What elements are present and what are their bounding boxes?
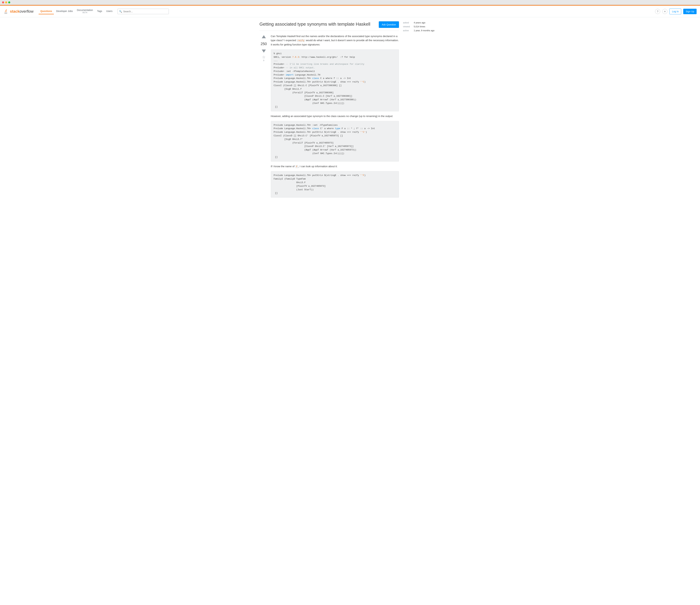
maximize-dot[interactable] — [8, 1, 10, 3]
downvote-icon — [261, 48, 267, 54]
viewed-value: 5,014 times — [414, 25, 425, 28]
sidebar-stats: asked 4 years ago viewed 5,014 times act… — [403, 21, 441, 32]
nav-developer-jobs[interactable]: Developer Jobs — [54, 8, 75, 14]
minimize-dot[interactable] — [5, 1, 7, 3]
favorite-button[interactable]: ☆ 9 — [262, 55, 266, 61]
browser-dots — [2, 1, 10, 3]
inline-code-reify: reify — [297, 39, 305, 42]
logo-text: stackoverflow — [10, 9, 33, 14]
logo-area[interactable]: stackoverflow — [3, 9, 33, 14]
search-icon: 🔍 — [119, 10, 122, 13]
header: stackoverflow Questions Developer Jobs D… — [0, 6, 700, 17]
login-button[interactable]: Log In — [669, 8, 681, 14]
asked-value: 4 years ago — [414, 21, 425, 24]
favorite-count: 9 — [263, 59, 264, 61]
asked-label: asked — [403, 21, 412, 24]
svg-rect-2 — [4, 14, 7, 14]
body-paragraph-2: However, adding an associated type synon… — [271, 114, 399, 118]
browser-chrome — [0, 0, 700, 5]
active-stat: active 1 year, 9 months ago — [403, 29, 441, 32]
nav-questions[interactable]: Questions — [39, 8, 54, 14]
question-body: 250 ☆ 9 Can Template Haskell find out th… — [259, 34, 399, 200]
viewed-label: viewed — [403, 25, 412, 28]
nav-documentation[interactable]: Documentation BETA — [75, 7, 95, 16]
body-paragraph-3: If I know the name of F, I can look up i… — [271, 164, 399, 169]
svg-rect-3 — [5, 11, 7, 12]
ask-question-button[interactable]: Ask Question — [379, 21, 399, 28]
asked-stat: asked 4 years ago — [403, 21, 441, 24]
inbox-button[interactable]: ≡ — [662, 9, 667, 14]
code-block-3: Prelude Language.Haskell.TH> putStrLn $(… — [271, 171, 399, 198]
close-dot[interactable] — [2, 1, 4, 3]
svg-rect-1 — [4, 13, 7, 13]
active-label: active — [403, 29, 412, 32]
nav-links: Questions Developer Jobs Documentation B… — [39, 7, 114, 16]
body-paragraph-1: Can Template Haskell find out the names … — [271, 34, 399, 47]
svg-rect-5 — [6, 9, 7, 10]
active-value: 1 year, 9 months ago — [414, 29, 434, 32]
help-button[interactable]: ? — [655, 9, 660, 14]
logo-icon — [3, 9, 9, 14]
sidebar: asked 4 years ago viewed 5,014 times act… — [403, 21, 441, 200]
question-text: Can Template Haskell find out the names … — [271, 34, 399, 200]
upvote-button[interactable] — [261, 34, 267, 40]
viewed-stat: viewed 5,014 times — [403, 25, 441, 28]
nav-users[interactable]: Users — [105, 8, 114, 14]
svg-rect-0 — [4, 12, 7, 13]
question-header: Getting associated type synonyms with te… — [259, 21, 399, 31]
search-bar: 🔍 — [118, 9, 169, 14]
inline-code-f: F — [295, 165, 298, 168]
code-block-2: Prelude Language.Haskell.TH> :set -XType… — [271, 121, 399, 161]
svg-rect-4 — [5, 10, 7, 11]
question-title: Getting associated type synonyms with te… — [259, 21, 376, 27]
content-area: Getting associated type synonyms with te… — [259, 21, 399, 200]
vote-area: 250 ☆ 9 — [259, 34, 268, 200]
header-actions: ? ≡ Log In Sign Up — [655, 8, 697, 14]
vote-count: 250 — [260, 42, 267, 46]
downvote-button[interactable] — [261, 48, 267, 54]
upvote-icon — [261, 34, 267, 40]
nav-tags[interactable]: Tags — [95, 8, 104, 14]
signup-button[interactable]: Sign Up — [683, 9, 697, 14]
beta-label: BETA — [77, 11, 93, 14]
code-block-1: % ghci GHCi, version 7.8.3: http://www.h… — [271, 49, 399, 111]
star-icon: ☆ — [262, 55, 266, 59]
main-container: Getting associated type synonyms with te… — [256, 17, 444, 204]
search-input[interactable] — [118, 9, 169, 14]
